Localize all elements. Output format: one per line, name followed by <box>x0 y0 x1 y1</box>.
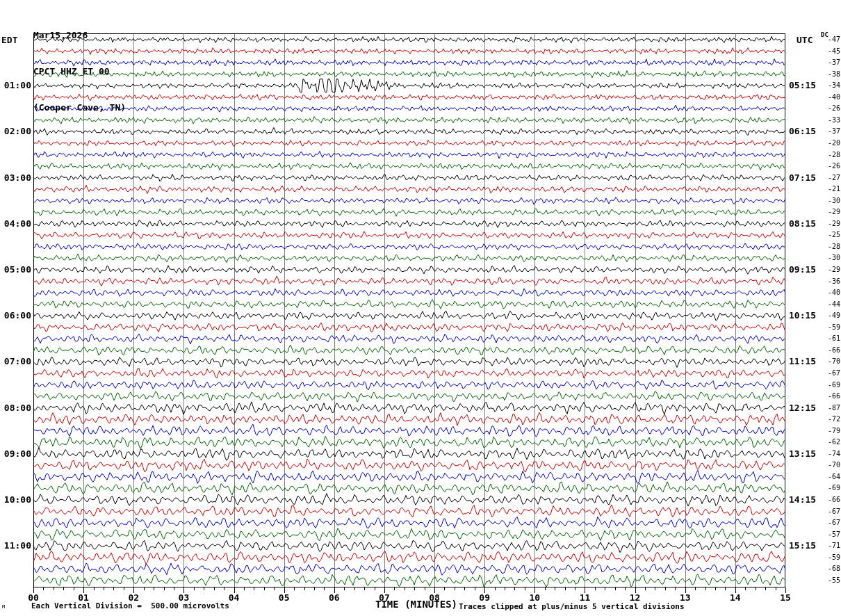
dc-value: -66 <box>821 496 840 503</box>
edt-hour-label: 11:00 <box>0 540 31 551</box>
x-tick-label: 13 <box>674 592 696 603</box>
dc-value: -87 <box>821 404 840 412</box>
edt-hour-label: 01:00 <box>0 80 31 90</box>
dc-value: -29 <box>821 220 840 227</box>
edt-hour-label: 05:00 <box>0 264 31 275</box>
edt-hour-label: 10:00 <box>0 494 31 505</box>
x-tick-label: 10 <box>523 592 546 603</box>
dc-value: -21 <box>821 185 840 193</box>
dc-value: -25 <box>821 231 840 238</box>
edt-hour-label: 03:00 <box>0 172 31 183</box>
right-timezone-label: UTC <box>797 35 813 45</box>
dc-value: -45 <box>821 47 840 55</box>
dc-value: -61 <box>821 334 840 342</box>
dc-value: -67 <box>821 519 840 526</box>
dc-value: -28 <box>821 243 840 250</box>
dc-value: -37 <box>821 127 840 135</box>
header-station: CPCT HHZ ET 00 <box>33 67 126 76</box>
dc-value: -68 <box>821 565 840 572</box>
dc-value: -47 <box>821 35 840 43</box>
edt-hour-label: 08:00 <box>0 403 31 413</box>
dc-value: -62 <box>821 438 840 446</box>
dc-value: -67 <box>821 369 840 377</box>
x-tick-label: 15 <box>774 592 797 603</box>
dc-value: -67 <box>821 508 840 515</box>
dc-value: -28 <box>821 151 840 159</box>
edt-hour-label: 04:00 <box>0 218 31 229</box>
dc-value: -69 <box>821 484 840 492</box>
x-tick-label: 12 <box>624 592 646 603</box>
dc-value: -59 <box>821 323 840 331</box>
header-date: Mar15,2026 <box>33 31 126 40</box>
dc-value: -36 <box>821 277 840 285</box>
dc-value: -20 <box>821 139 840 147</box>
clip-note: Traces clipped at plus/minus 5 vertical … <box>459 602 685 611</box>
dc-value: -33 <box>821 116 840 124</box>
dc-value: -40 <box>821 93 840 101</box>
dc-value: -55 <box>821 576 840 584</box>
edt-hour-label: 07:00 <box>0 356 31 366</box>
footer-watermark: M <box>2 604 5 610</box>
x-tick-label: 14 <box>724 592 746 603</box>
dc-value: -59 <box>821 553 840 561</box>
dc-value: -27 <box>821 174 840 181</box>
x-tick-label: 11 <box>573 592 596 603</box>
dc-value: -57 <box>821 530 840 538</box>
dc-value: -71 <box>821 542 840 549</box>
dc-value: -66 <box>821 346 840 354</box>
dc-value: -37 <box>821 58 840 66</box>
header-location: (Cooper Cave, TN) <box>33 103 126 113</box>
header-title-block: Mar15,2026 CPCT HHZ ET 00 (Cooper Cave, … <box>33 4 126 139</box>
dc-value: -49 <box>821 311 840 319</box>
helicorder-screen: Mar15,2026 CPCT HHZ ET 00 (Cooper Cave, … <box>0 0 841 616</box>
dc-value: -30 <box>821 197 840 204</box>
dc-value: -29 <box>821 208 840 216</box>
x-tick-label: 05 <box>273 592 295 603</box>
edt-hour-label: 09:00 <box>0 448 31 459</box>
edt-hour-label: 06:00 <box>0 310 31 321</box>
dc-value: -69 <box>821 381 840 389</box>
dc-value: -70 <box>821 461 840 469</box>
edt-hour-label: 02:00 <box>0 126 31 136</box>
dc-value: -26 <box>821 104 840 112</box>
dc-value: -66 <box>821 392 840 400</box>
dc-value: -64 <box>821 473 840 480</box>
dc-value: -26 <box>821 162 840 170</box>
dc-value: -70 <box>821 357 840 365</box>
dc-value: -30 <box>821 254 840 261</box>
dc-value: -38 <box>821 70 840 78</box>
scale-note: Each Vertical Division = 500.00 microvol… <box>31 601 229 610</box>
dc-value: -34 <box>821 81 840 89</box>
helicorder-canvas <box>0 0 841 616</box>
dc-value: -29 <box>821 266 840 273</box>
dc-value: -40 <box>821 289 840 296</box>
left-timezone-label: EDT <box>1 35 17 45</box>
dc-value: -44 <box>821 300 840 308</box>
dc-value: -74 <box>821 450 840 457</box>
dc-value: -72 <box>821 415 840 423</box>
dc-value: -79 <box>821 427 840 435</box>
